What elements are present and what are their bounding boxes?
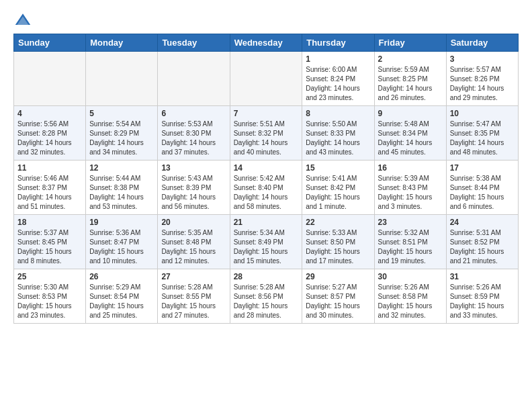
calendar-cell: 22Sunrise: 5:33 AM Sunset: 8:50 PM Dayli…	[302, 215, 374, 269]
day-info: Sunrise: 5:51 AM Sunset: 8:32 PM Dayligh…	[234, 120, 299, 157]
day-number: 18	[17, 218, 82, 227]
calendar-cell: 7Sunrise: 5:51 AM Sunset: 8:32 PM Daylig…	[230, 106, 302, 161]
calendar-cell: 10Sunrise: 5:47 AM Sunset: 8:35 PM Dayli…	[446, 106, 518, 161]
calendar-cell: 1Sunrise: 6:00 AM Sunset: 8:24 PM Daylig…	[302, 52, 374, 106]
calendar-cell: 20Sunrise: 5:35 AM Sunset: 8:48 PM Dayli…	[158, 215, 230, 269]
day-number: 29	[306, 272, 370, 281]
day-info: Sunrise: 5:36 AM Sunset: 8:47 PM Dayligh…	[89, 228, 154, 266]
day-info: Sunrise: 5:34 AM Sunset: 8:49 PM Dayligh…	[234, 228, 299, 266]
day-info: Sunrise: 5:50 AM Sunset: 8:33 PM Dayligh…	[306, 120, 370, 157]
day-info: Sunrise: 5:29 AM Sunset: 8:54 PM Dayligh…	[89, 283, 154, 320]
calendar-cell	[230, 52, 302, 106]
calendar: SundayMondayTuesdayWednesdayThursdayFrid…	[13, 34, 519, 324]
week-row-4: 18Sunrise: 5:37 AM Sunset: 8:45 PM Dayli…	[14, 215, 519, 269]
day-number: 10	[450, 109, 515, 118]
weekday-header-saturday: Saturday	[446, 34, 518, 52]
day-info: Sunrise: 5:48 AM Sunset: 8:34 PM Dayligh…	[378, 120, 443, 157]
calendar-cell: 31Sunrise: 5:26 AM Sunset: 8:59 PM Dayli…	[446, 269, 518, 324]
day-number: 11	[17, 163, 82, 173]
calendar-cell: 2Sunrise: 5:59 AM Sunset: 8:25 PM Daylig…	[374, 52, 446, 106]
day-number: 13	[161, 163, 226, 173]
day-number: 16	[378, 163, 443, 173]
day-info: Sunrise: 5:43 AM Sunset: 8:39 PM Dayligh…	[161, 174, 226, 212]
day-number: 9	[378, 109, 443, 118]
logo-icon	[13, 11, 32, 30]
logo	[13, 11, 34, 30]
day-number: 6	[161, 109, 226, 118]
day-info: Sunrise: 5:26 AM Sunset: 8:58 PM Dayligh…	[378, 283, 443, 320]
weekday-header-friday: Friday	[374, 34, 446, 52]
week-row-2: 4Sunrise: 5:56 AM Sunset: 8:28 PM Daylig…	[14, 106, 519, 161]
calendar-cell: 24Sunrise: 5:31 AM Sunset: 8:52 PM Dayli…	[446, 215, 518, 269]
day-info: Sunrise: 5:37 AM Sunset: 8:45 PM Dayligh…	[17, 228, 82, 266]
calendar-cell: 11Sunrise: 5:46 AM Sunset: 8:37 PM Dayli…	[14, 161, 86, 215]
calendar-cell: 6Sunrise: 5:53 AM Sunset: 8:30 PM Daylig…	[158, 106, 230, 161]
calendar-cell: 13Sunrise: 5:43 AM Sunset: 8:39 PM Dayli…	[158, 161, 230, 215]
day-number: 21	[234, 218, 299, 227]
day-info: Sunrise: 5:59 AM Sunset: 8:25 PM Dayligh…	[378, 65, 443, 103]
day-number: 14	[234, 163, 299, 173]
day-info: Sunrise: 5:39 AM Sunset: 8:43 PM Dayligh…	[378, 174, 443, 212]
day-info: Sunrise: 5:42 AM Sunset: 8:40 PM Dayligh…	[234, 174, 299, 212]
day-number: 17	[450, 163, 515, 173]
day-number: 1	[306, 54, 370, 64]
calendar-cell: 28Sunrise: 5:28 AM Sunset: 8:56 PM Dayli…	[230, 269, 302, 324]
calendar-cell: 16Sunrise: 5:39 AM Sunset: 8:43 PM Dayli…	[374, 161, 446, 215]
day-info: Sunrise: 5:28 AM Sunset: 8:56 PM Dayligh…	[234, 283, 299, 320]
weekday-header-row: SundayMondayTuesdayWednesdayThursdayFrid…	[14, 34, 519, 52]
day-number: 2	[378, 54, 443, 64]
day-info: Sunrise: 5:35 AM Sunset: 8:48 PM Dayligh…	[161, 228, 226, 266]
calendar-cell: 14Sunrise: 5:42 AM Sunset: 8:40 PM Dayli…	[230, 161, 302, 215]
day-info: Sunrise: 5:26 AM Sunset: 8:59 PM Dayligh…	[450, 283, 515, 320]
day-info: Sunrise: 5:30 AM Sunset: 8:53 PM Dayligh…	[17, 283, 82, 320]
day-number: 25	[17, 272, 82, 281]
calendar-cell: 18Sunrise: 5:37 AM Sunset: 8:45 PM Dayli…	[14, 215, 86, 269]
calendar-cell: 15Sunrise: 5:41 AM Sunset: 8:42 PM Dayli…	[302, 161, 374, 215]
day-info: Sunrise: 6:00 AM Sunset: 8:24 PM Dayligh…	[306, 65, 370, 103]
weekday-header-wednesday: Wednesday	[230, 34, 302, 52]
day-info: Sunrise: 5:54 AM Sunset: 8:29 PM Dayligh…	[89, 120, 154, 157]
weekday-header-sunday: Sunday	[14, 34, 86, 52]
day-number: 27	[161, 272, 226, 281]
calendar-cell	[158, 52, 230, 106]
weekday-header-monday: Monday	[86, 34, 158, 52]
day-number: 15	[306, 163, 370, 173]
day-number: 20	[161, 218, 226, 227]
day-info: Sunrise: 5:32 AM Sunset: 8:51 PM Dayligh…	[378, 228, 443, 266]
calendar-cell: 3Sunrise: 5:57 AM Sunset: 8:26 PM Daylig…	[446, 52, 518, 106]
day-number: 23	[378, 218, 443, 227]
day-info: Sunrise: 5:46 AM Sunset: 8:37 PM Dayligh…	[17, 174, 82, 212]
week-row-5: 25Sunrise: 5:30 AM Sunset: 8:53 PM Dayli…	[14, 269, 519, 324]
calendar-cell: 19Sunrise: 5:36 AM Sunset: 8:47 PM Dayli…	[86, 215, 158, 269]
day-info: Sunrise: 5:47 AM Sunset: 8:35 PM Dayligh…	[450, 120, 515, 157]
calendar-cell: 5Sunrise: 5:54 AM Sunset: 8:29 PM Daylig…	[86, 106, 158, 161]
calendar-cell: 27Sunrise: 5:28 AM Sunset: 8:55 PM Dayli…	[158, 269, 230, 324]
day-info: Sunrise: 5:44 AM Sunset: 8:38 PM Dayligh…	[89, 174, 154, 212]
calendar-cell: 26Sunrise: 5:29 AM Sunset: 8:54 PM Dayli…	[86, 269, 158, 324]
day-number: 22	[306, 218, 370, 227]
day-number: 8	[306, 109, 370, 118]
day-number: 26	[89, 272, 154, 281]
day-info: Sunrise: 5:28 AM Sunset: 8:55 PM Dayligh…	[161, 283, 226, 320]
page: SundayMondayTuesdayWednesdayThursdayFrid…	[0, 0, 532, 334]
calendar-cell: 21Sunrise: 5:34 AM Sunset: 8:49 PM Dayli…	[230, 215, 302, 269]
day-number: 7	[234, 109, 299, 118]
day-info: Sunrise: 5:27 AM Sunset: 8:57 PM Dayligh…	[306, 283, 370, 320]
calendar-cell	[86, 52, 158, 106]
day-info: Sunrise: 5:31 AM Sunset: 8:52 PM Dayligh…	[450, 228, 515, 266]
day-info: Sunrise: 5:57 AM Sunset: 8:26 PM Dayligh…	[450, 65, 515, 103]
calendar-cell: 29Sunrise: 5:27 AM Sunset: 8:57 PM Dayli…	[302, 269, 374, 324]
week-row-1: 1Sunrise: 6:00 AM Sunset: 8:24 PM Daylig…	[14, 52, 519, 106]
day-number: 24	[450, 218, 515, 227]
calendar-cell: 9Sunrise: 5:48 AM Sunset: 8:34 PM Daylig…	[374, 106, 446, 161]
day-number: 19	[89, 218, 154, 227]
weekday-header-tuesday: Tuesday	[158, 34, 230, 52]
day-number: 30	[378, 272, 443, 281]
day-number: 12	[89, 163, 154, 173]
day-info: Sunrise: 5:56 AM Sunset: 8:28 PM Dayligh…	[17, 120, 82, 157]
calendar-cell: 12Sunrise: 5:44 AM Sunset: 8:38 PM Dayli…	[86, 161, 158, 215]
calendar-cell: 17Sunrise: 5:38 AM Sunset: 8:44 PM Dayli…	[446, 161, 518, 215]
calendar-cell: 25Sunrise: 5:30 AM Sunset: 8:53 PM Dayli…	[14, 269, 86, 324]
day-number: 4	[17, 109, 82, 118]
calendar-cell: 30Sunrise: 5:26 AM Sunset: 8:58 PM Dayli…	[374, 269, 446, 324]
